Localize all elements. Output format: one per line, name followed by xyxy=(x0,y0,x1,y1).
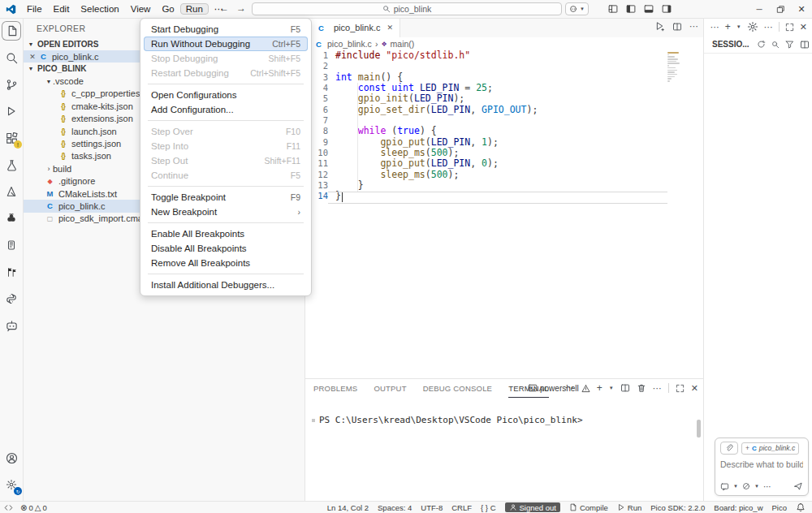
activity-extensions-icon[interactable]: ! xyxy=(2,128,21,148)
panel-tab-debug-console[interactable]: DEBUG CONSOLE xyxy=(423,379,492,397)
menu-item-install-additional-debuggers[interactable]: Install Additional Debuggers... xyxy=(144,278,308,292)
code-editor[interactable]: 1#include "pico/stdlib.h"23int main() {4… xyxy=(305,50,703,379)
split-view-icon[interactable] xyxy=(800,40,810,50)
menu-view[interactable]: View xyxy=(125,3,157,15)
split-editor-icon[interactable] xyxy=(672,22,682,32)
status-pico[interactable]: Pico xyxy=(772,503,787,512)
maximize-chat-icon[interactable] xyxy=(785,23,794,32)
close-icon[interactable]: ✕ xyxy=(27,53,38,61)
menu-file[interactable]: File xyxy=(21,3,48,15)
status-compile[interactable]: Compile xyxy=(569,503,608,512)
menu-item-new-breakpoint[interactable]: New Breakpoint› xyxy=(144,205,308,219)
status--c[interactable]: { } C xyxy=(481,503,496,512)
panel-more-actions-icon[interactable]: ⋯ xyxy=(653,383,662,394)
status-board-pico-w[interactable]: Board: pico_w xyxy=(714,503,762,512)
editor-tab-bar: C pico_blink.c ✕ ⋯ xyxy=(305,18,703,38)
tab-pico-blink[interactable]: C pico_blink.c ✕ xyxy=(309,18,400,37)
minimize-button[interactable]: ─ xyxy=(749,0,770,18)
activity-account-icon[interactable] xyxy=(2,448,21,468)
status-bell[interactable] xyxy=(796,502,806,512)
attach-context-button[interactable] xyxy=(720,442,738,455)
copilot-button[interactable]: ▼ xyxy=(565,2,589,15)
activity-raspberry-pi-icon[interactable] xyxy=(2,209,21,228)
menu-item-disable-all-breakpoints[interactable]: Disable All Breakpoints xyxy=(144,241,308,256)
tab-close-icon[interactable]: ✕ xyxy=(387,24,393,32)
minimap[interactable] xyxy=(667,52,685,83)
status-ln-14-col-2[interactable]: Ln 14, Col 2 xyxy=(327,503,369,512)
filter-icon[interactable] xyxy=(785,40,794,49)
menu-item-run-without-debugging[interactable]: Run Without DebuggingCtrl+F5 xyxy=(144,37,308,51)
chat-input-box[interactable]: + C pico_blink.c Describe what to build … xyxy=(715,438,809,496)
status-spaces-4[interactable]: Spaces: 4 xyxy=(378,503,412,512)
maximize-panel-icon[interactable] xyxy=(676,384,685,393)
panel-tab-problems[interactable]: PROBLEMS xyxy=(313,379,357,397)
toggle-secondary-sidebar-icon[interactable] xyxy=(659,2,674,16)
chevron-down-icon[interactable]: ▼ xyxy=(754,484,759,489)
chat-header-actions: ⋯ + ▼ ⋯ ✕ xyxy=(704,18,812,36)
chevron-down-icon[interactable]: ▼ xyxy=(736,24,741,29)
chat-mode-icon[interactable] xyxy=(720,482,729,491)
activity-explorer-icon[interactable] xyxy=(2,21,21,41)
status-utf-8[interactable]: UTF-8 xyxy=(421,503,443,512)
split-terminal-icon[interactable] xyxy=(620,383,630,393)
back-icon[interactable]: ← xyxy=(219,2,229,14)
menu-run[interactable]: Run xyxy=(180,3,209,15)
activity-flags-icon[interactable] xyxy=(2,262,21,282)
activity-source-control-icon[interactable] xyxy=(2,75,21,94)
shell-selector[interactable]: powershell xyxy=(528,383,590,393)
status-run[interactable]: Run xyxy=(617,503,641,512)
breadcrumb[interactable]: C pico_blink.c › ❖ main() xyxy=(305,37,703,50)
status-pico-sdk-2-2-0[interactable]: Pico SDK: 2.2.0 xyxy=(650,503,705,512)
status-signed-out[interactable]: Signed out xyxy=(505,502,560,512)
command-decoration xyxy=(312,419,315,422)
chat-more-icon[interactable]: ⋯ xyxy=(710,22,719,32)
menu-item-open-configurations[interactable]: Open Configurations xyxy=(144,88,308,102)
menu-edit[interactable]: Edit xyxy=(48,3,76,15)
forward-icon[interactable]: → xyxy=(236,2,246,14)
status-crlf[interactable]: CRLF xyxy=(451,503,472,512)
activity-search-icon[interactable] xyxy=(2,48,21,67)
customize-layout-icon[interactable] xyxy=(606,2,620,16)
menu-selection[interactable]: Selection xyxy=(75,3,124,15)
remote-indicator-icon[interactable] xyxy=(4,503,13,512)
new-chat-icon[interactable]: + xyxy=(725,21,731,32)
refresh-icon[interactable] xyxy=(757,40,766,49)
chat-settings-icon[interactable] xyxy=(747,21,758,32)
menu-item-toggle-breakpoint[interactable]: Toggle BreakpointF9 xyxy=(144,190,308,205)
activity-chat-icon[interactable] xyxy=(2,316,21,335)
panel-tab-output[interactable]: OUTPUT xyxy=(374,379,406,397)
problems-indicator[interactable]: ⊗ 0 △ 0 xyxy=(20,503,47,512)
send-icon[interactable] xyxy=(793,481,803,491)
run-file-icon[interactable] xyxy=(654,21,665,32)
close-chat-icon[interactable]: ✕ xyxy=(800,22,807,32)
menu-item-remove-all-breakpoints[interactable]: Remove All Breakpoints xyxy=(144,256,308,270)
activity-run-debug-icon[interactable] xyxy=(2,101,21,121)
more-actions-icon[interactable]: ⋯ xyxy=(764,22,773,32)
restore-button[interactable] xyxy=(770,0,791,18)
close-button[interactable]: ✕ xyxy=(791,0,812,18)
toggle-panel-icon[interactable] xyxy=(641,2,656,16)
context-chip[interactable]: + C pico_blink.c xyxy=(741,442,799,455)
terminal-scrollbar[interactable] xyxy=(697,420,701,438)
menu-go[interactable]: Go xyxy=(156,3,179,15)
menu-item-enable-all-breakpoints[interactable]: Enable All Breakpoints xyxy=(144,226,308,241)
activity-testing-icon[interactable] xyxy=(2,155,21,175)
toggle-primary-sidebar-icon[interactable] xyxy=(624,2,638,16)
chat-more-icon[interactable]: ⋯ xyxy=(763,482,771,491)
activity-cmake-icon[interactable] xyxy=(2,182,21,201)
menu-item-add-configuration[interactable]: Add Configuration... xyxy=(144,102,308,117)
menu-item-start-debugging[interactable]: Start DebuggingF5 xyxy=(144,22,308,37)
terminal-dropdown-icon[interactable]: ▼ xyxy=(609,386,614,390)
new-terminal-icon[interactable]: + xyxy=(597,382,603,394)
terminal-prompt[interactable]: PS C:\Users\kread\Desktop\VSCode Pico\pi… xyxy=(312,415,692,425)
close-panel-icon[interactable]: ✕ xyxy=(691,383,698,394)
activity-pico-project-icon[interactable] xyxy=(2,235,21,255)
chevron-down-icon[interactable]: ▼ xyxy=(733,484,738,489)
activity-python-icon[interactable] xyxy=(2,289,21,308)
activity-settings-icon[interactable]: ↻ xyxy=(2,475,21,494)
kill-terminal-icon[interactable] xyxy=(637,383,646,393)
model-picker-icon[interactable] xyxy=(742,482,750,490)
command-center-search[interactable]: pico_blink xyxy=(252,2,562,15)
search-sessions-icon[interactable] xyxy=(771,41,780,49)
editor-more-actions-icon[interactable]: ⋯ xyxy=(689,21,698,32)
